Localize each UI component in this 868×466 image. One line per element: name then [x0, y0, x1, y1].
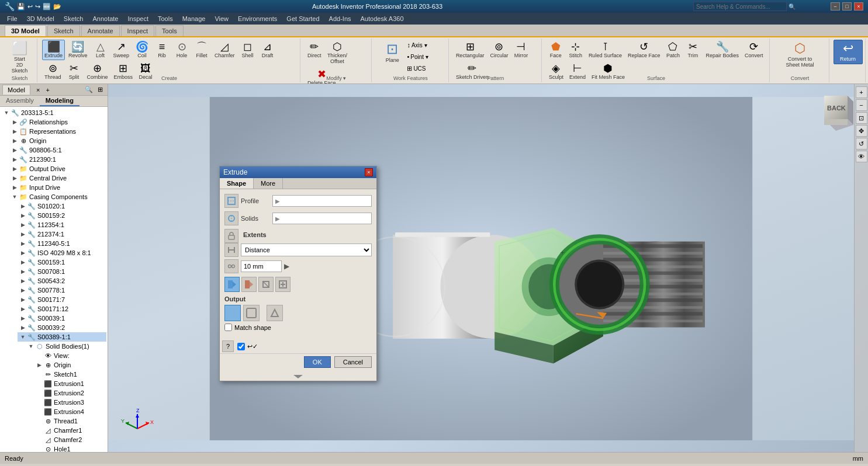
expand-icon[interactable]: ▶: [19, 297, 27, 302]
subtab-assembly[interactable]: Assembly: [0, 96, 40, 106]
tree-item[interactable]: ▶ 🔗 Relationships: [9, 117, 106, 127]
expand-icon[interactable]: ▼: [19, 334, 27, 340]
expand-icon[interactable]: ▶: [19, 287, 27, 293]
menu-tools[interactable]: Tools: [153, 14, 178, 23]
profile-type-btn[interactable]: [224, 194, 238, 208]
tree-item[interactable]: ⬛ Extrusion2: [34, 388, 106, 398]
panel-add-btn[interactable]: +: [43, 85, 51, 95]
tree-item[interactable]: ⬛ Extrusion1: [34, 379, 106, 388]
expand-icon[interactable]: ▶: [19, 325, 27, 331]
tree-item[interactable]: ⊚ Thread1: [34, 416, 106, 426]
expand-icon[interactable]: ▶: [19, 222, 27, 228]
search-bar[interactable]: 🔍: [693, 2, 796, 11]
tree-item[interactable]: ▶ 📋 Representations: [9, 127, 106, 136]
plane-button[interactable]: ⊡ Plane: [381, 40, 403, 65]
quick-access-open[interactable]: 📂: [53, 3, 61, 11]
expand-icon[interactable]: ▶: [11, 175, 19, 181]
panel-expand-btn[interactable]: ⊞: [95, 85, 105, 95]
tree-item[interactable]: ▶ 📁 Output Drive: [9, 164, 106, 173]
mirror-button[interactable]: ⊣ Mirror: [511, 40, 530, 60]
dialog-tab-shape[interactable]: Shape: [220, 178, 254, 189]
tree-item[interactable]: ▶ 🔧 S00171:12: [18, 304, 106, 314]
menu-addins[interactable]: Add-Ins: [324, 14, 356, 23]
subtab-modeling[interactable]: Modeling: [40, 96, 79, 106]
axis-button[interactable]: ↕ Axis ▾: [404, 40, 440, 50]
extents-lock-btn[interactable]: [224, 229, 238, 243]
expand-icon[interactable]: ▶: [35, 362, 43, 368]
expand-icon[interactable]: ▶: [11, 157, 19, 162]
extents-type-select[interactable]: Distance To Next To From To Between All: [241, 244, 372, 256]
hole-button[interactable]: ⊙ Hole: [172, 40, 191, 60]
menu-sketch[interactable]: Sketch: [59, 14, 88, 23]
quick-access-new[interactable]: 🆕: [43, 3, 51, 11]
preview-toggle[interactable]: ↩✓: [237, 343, 258, 350]
panel-close-btn[interactable]: ×: [33, 85, 43, 95]
preview-checkbox[interactable]: [237, 343, 245, 350]
ruled-surface-button[interactable]: ⊺ Ruled Surface: [586, 40, 624, 60]
surface-output-btn[interactable]: [243, 305, 260, 321]
expand-icon[interactable]: ▶: [19, 278, 27, 284]
expand-icon[interactable]: ▼: [27, 343, 35, 349]
face-button[interactable]: ⬟ Face: [547, 40, 565, 60]
tree-item[interactable]: ⊙ Hole1: [34, 444, 106, 452]
return-button[interactable]: ↩ Return: [834, 40, 863, 64]
tree-item[interactable]: 👁 View:: [34, 351, 106, 360]
expand-icon[interactable]: ▶: [19, 259, 27, 265]
tree-item[interactable]: ▶ 🔧 S01020:1: [18, 201, 106, 211]
quick-access-save[interactable]: 💾: [17, 3, 25, 11]
match-shape-icon-btn[interactable]: [267, 305, 283, 321]
tree-item[interactable]: ▶ 🔧 S00778:1: [18, 286, 106, 295]
expand-icon[interactable]: ▶: [11, 128, 19, 134]
tree-item[interactable]: ▶ ⊕ Origin: [34, 360, 106, 370]
tree-item[interactable]: ▼ 🔧 203313-5:1: [1, 108, 106, 117]
tree-item[interactable]: ▶ 📁 Input Drive: [9, 183, 106, 192]
quick-access-redo[interactable]: ↪: [35, 3, 40, 11]
dialog-close-button[interactable]: ×: [365, 168, 373, 176]
sweep-button[interactable]: ↗ Sweep: [111, 40, 132, 60]
solids-type-btn[interactable]: [224, 211, 238, 225]
loft-button[interactable]: △ Loft: [91, 40, 110, 60]
maximize-button[interactable]: □: [842, 2, 852, 11]
draft-button[interactable]: ⊿ Draft: [258, 40, 277, 60]
tab-tools[interactable]: Tools: [155, 25, 184, 36]
expand-icon[interactable]: ▼: [2, 110, 11, 116]
menu-getstarted[interactable]: Get Started: [282, 14, 324, 23]
tab-inspect[interactable]: Inspect: [121, 25, 154, 36]
menu-environments[interactable]: Environments: [233, 14, 282, 23]
expand-icon[interactable]: ▼: [11, 194, 19, 200]
extents-type-icon-btn[interactable]: [224, 243, 238, 257]
coil-button[interactable]: 🌀 Coil: [133, 40, 151, 60]
tree-item[interactable]: ▶ 🔧 212390:1: [9, 155, 106, 164]
minimize-button[interactable]: −: [831, 2, 840, 11]
replace-face-button[interactable]: ↺ Replace Face: [625, 40, 663, 60]
tree-item[interactable]: ▶ 🔧 112340-5:1: [18, 239, 106, 248]
zoom-in-btn[interactable]: +: [856, 86, 867, 98]
expand-icon[interactable]: ▶: [11, 166, 19, 172]
dir-positive-btn[interactable]: [224, 277, 240, 292]
tree-item[interactable]: ▶ 🔧 S00039:1: [18, 314, 106, 323]
expand-icon[interactable]: ▶: [11, 119, 19, 125]
tree-item[interactable]: ⬛ Extrusion3: [34, 398, 106, 407]
fillet-button[interactable]: ⌒ Fillet: [192, 40, 211, 60]
menu-annotate[interactable]: Annotate: [88, 14, 123, 23]
extrude-button[interactable]: ⬛ Extrude: [42, 40, 65, 60]
tree-item[interactable]: ▶ 🔧 S00708:1: [18, 267, 106, 276]
patch-button[interactable]: ⬠ Patch: [663, 40, 682, 60]
zoom-fit-btn[interactable]: ⊡: [856, 112, 867, 124]
rectangular-button[interactable]: ⊞ Rectangular: [454, 40, 487, 60]
expand-icon[interactable]: ▶: [19, 213, 27, 218]
dir-cut-btn[interactable]: [241, 277, 257, 292]
menu-autodesk[interactable]: Autodesk A360: [356, 14, 409, 23]
menu-view[interactable]: View: [210, 14, 233, 23]
ucs-button[interactable]: ⊞ UCS: [404, 63, 440, 74]
dialog-tab-more[interactable]: More: [254, 178, 283, 189]
viewport[interactable]: +: [108, 84, 868, 452]
close-button[interactable]: ×: [854, 2, 863, 11]
pan-btn[interactable]: ✥: [856, 125, 867, 137]
tab-3dmodel[interactable]: 3D Model: [5, 25, 46, 36]
repair-bodies-button[interactable]: 🔧 Repair Bodies: [703, 40, 741, 60]
menu-manage[interactable]: Manage: [178, 14, 210, 23]
orbit-btn[interactable]: ↺: [856, 138, 867, 149]
dialog-help-button[interactable]: ?: [222, 340, 234, 352]
ok-button[interactable]: OK: [304, 356, 331, 368]
